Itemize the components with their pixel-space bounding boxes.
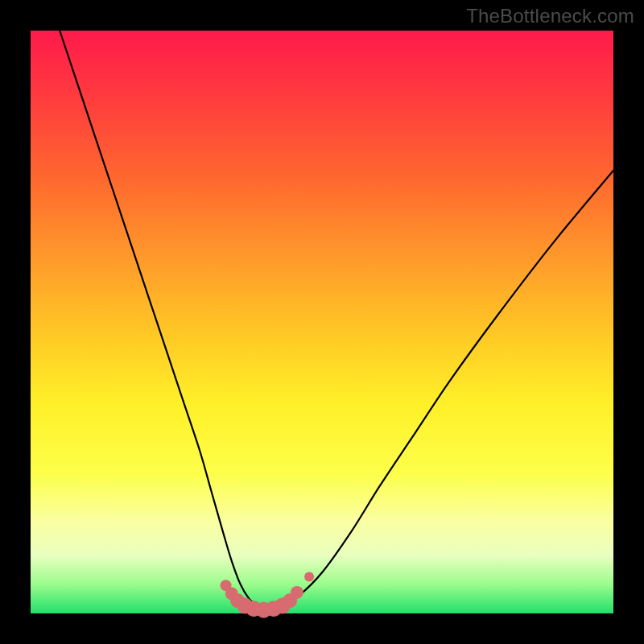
chart-frame: TheBottleneck.com [0,0,644,644]
data-marker [304,572,314,581]
chart-svg [31,31,613,613]
bottleneck-curve [60,31,613,610]
marker-group [221,572,315,617]
plot-area [31,31,613,613]
watermark-text: TheBottleneck.com [466,5,634,27]
data-marker [291,586,303,599]
